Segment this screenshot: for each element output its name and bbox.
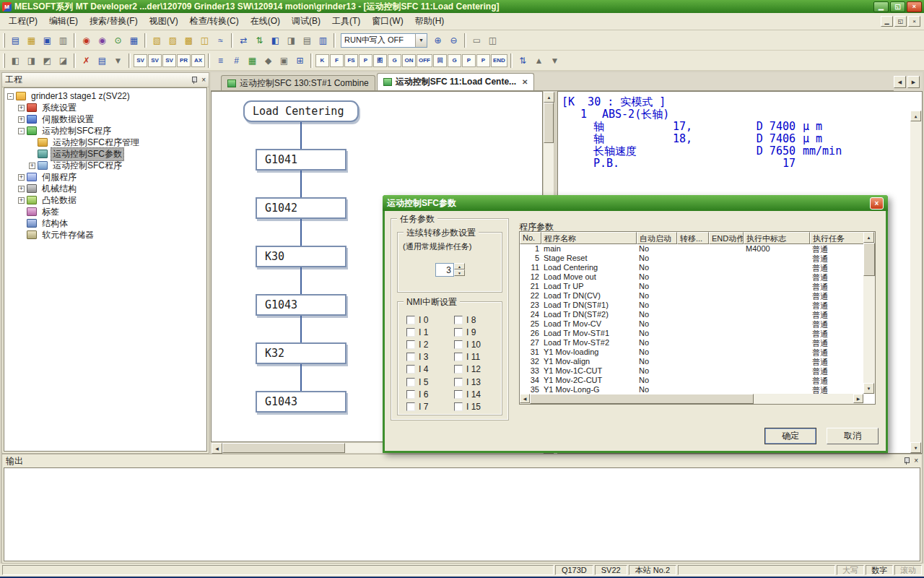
nmi-checkbox[interactable]: I 11: [454, 351, 481, 363]
tree-expander-icon[interactable]: -: [7, 93, 14, 100]
table-row[interactable]: 11 Load Centering No 普通: [520, 263, 863, 272]
toolbar-icon[interactable]: ◧: [268, 33, 283, 48]
tree-item[interactable]: 标签: [4, 206, 206, 217]
document-tab[interactable]: 运动控制SFC 130:ST#1 Combine: [221, 75, 375, 90]
toolbar-icon[interactable]: ▤: [8, 33, 23, 48]
scroll-right-icon[interactable]: ▶: [853, 394, 863, 403]
toolbar-icon[interactable]: ▼: [110, 53, 126, 68]
toolbar-icon[interactable]: SV: [162, 54, 176, 67]
toolbar-icon[interactable]: ⊖: [446, 33, 461, 48]
toolbar-icon[interactable]: ▣: [40, 33, 55, 48]
toolbar-icon[interactable]: G: [448, 54, 461, 67]
scroll-down-icon[interactable]: ▼: [863, 383, 874, 394]
toolbar-icon[interactable]: [510, 53, 513, 68]
toolbar-icon[interactable]: ▦: [245, 53, 260, 68]
toolbar-icon[interactable]: ◩: [40, 53, 55, 68]
table-row[interactable]: 22 Load Tr DN(CV) No 普通: [520, 291, 863, 301]
sfc-step[interactable]: G1043: [256, 294, 346, 316]
nmi-checkbox[interactable]: I 10: [454, 338, 481, 350]
scroll-left-icon[interactable]: ◀: [212, 443, 222, 454]
menu-item[interactable]: 检查/转换(C): [184, 13, 245, 30]
ok-button[interactable]: 确定: [764, 428, 816, 444]
tab-close-icon[interactable]: ✕: [522, 78, 528, 86]
toolbar-icon[interactable]: PR: [177, 54, 191, 67]
tree-item[interactable]: + 运动控制SFC程序: [4, 160, 206, 171]
table-row[interactable]: 32 Y1 Mov-align No 普通: [520, 357, 863, 366]
tree-expander-icon[interactable]: -: [18, 128, 25, 134]
table-row[interactable]: 12 Load Move out No 普通: [520, 272, 863, 282]
nmi-checkbox[interactable]: I 9: [454, 326, 481, 338]
toolbar-icon[interactable]: ◪: [56, 53, 71, 68]
toolbar-icon[interactable]: P: [359, 54, 372, 67]
table-column-header[interactable]: 自动启动: [637, 232, 677, 244]
sfc-step[interactable]: G1043: [256, 391, 346, 413]
toolbar-icon[interactable]: P: [476, 54, 490, 67]
toolbar-icon[interactable]: END: [491, 54, 507, 67]
toolbar-grip[interactable]: [3, 33, 5, 48]
mdi-restore-icon[interactable]: ◱: [894, 16, 907, 27]
table-row[interactable]: 31 Y1 Mov-loading No 普通: [520, 348, 863, 357]
tree-expander-icon[interactable]: +: [18, 105, 25, 111]
table-column-header[interactable]: 转移...: [677, 232, 709, 244]
menu-item[interactable]: 搜索/替换(F): [84, 13, 144, 30]
tree-item[interactable]: 结构体: [4, 217, 206, 229]
nmi-checkbox[interactable]: I 14: [454, 388, 481, 400]
table-row[interactable]: 27 Load Tr Mov-ST#2 No 普通: [520, 338, 863, 348]
toolbar-icon[interactable]: ▦: [24, 33, 39, 48]
tree-expander-icon[interactable]: +: [18, 197, 25, 204]
chevron-down-icon[interactable]: ▼: [415, 34, 427, 47]
tab-scroll-left-icon[interactable]: ◀: [894, 76, 906, 88]
menu-item[interactable]: 调试(B): [286, 13, 326, 30]
toolbar-icon[interactable]: FS: [344, 54, 358, 67]
toolbar-icon[interactable]: SV: [148, 54, 162, 67]
output-content[interactable]: [4, 467, 920, 561]
toolbar-icon[interactable]: [74, 53, 76, 68]
sfc-step[interactable]: K30: [256, 246, 346, 267]
toolbar-icon[interactable]: ▭: [469, 33, 484, 48]
table-column-header[interactable]: 执行任务: [810, 232, 865, 244]
nmi-checkbox[interactable]: I 5: [406, 376, 428, 388]
toolbar-icon[interactable]: ON: [402, 54, 416, 67]
toolbar-icon[interactable]: [310, 53, 313, 68]
tree-expander-icon[interactable]: +: [18, 186, 25, 192]
dialog-close-icon[interactable]: ×: [870, 197, 884, 210]
table-row[interactable]: 1 main No M4000 普通: [520, 244, 863, 254]
toolbar-icon[interactable]: ≈: [213, 33, 228, 48]
sfc-step[interactable]: K32: [256, 342, 346, 364]
toolbar-icon[interactable]: G: [388, 54, 401, 67]
sfc-step[interactable]: G1041: [256, 149, 346, 171]
toolbar-icon[interactable]: ▣: [276, 53, 292, 68]
scrollbar-thumb[interactable]: [863, 243, 875, 276]
scroll-up-icon[interactable]: ▲: [863, 232, 874, 243]
toolbar-icon[interactable]: ▥: [315, 33, 331, 48]
scroll-down-icon[interactable]: ▼: [910, 442, 921, 453]
table-row[interactable]: 26 Load Tr Mov-ST#1 No 普通: [520, 329, 863, 338]
toolbar-icon[interactable]: [128, 53, 131, 68]
table-row[interactable]: 25 Load Tr Mov-CV No 普通: [520, 319, 863, 329]
close-icon[interactable]: ×: [201, 76, 206, 85]
table-column-header[interactable]: 执行中标志: [744, 232, 810, 244]
toolbar-icon[interactable]: ◆: [261, 53, 276, 68]
toolbar-icon[interactable]: K: [315, 54, 329, 67]
nmi-checkbox[interactable]: I 0: [406, 314, 428, 326]
scrollbar-thumb[interactable]: [222, 443, 345, 453]
menu-item[interactable]: 视图(V): [144, 13, 184, 30]
tree-expander-icon[interactable]: +: [18, 116, 25, 123]
toolbar-icon[interactable]: ◨: [284, 33, 299, 48]
tab-scroll-right-icon[interactable]: ▶: [907, 76, 920, 88]
toolbar-icon[interactable]: 回: [433, 54, 447, 67]
nmi-checkbox[interactable]: I 4: [406, 363, 428, 376]
step-count-stepper[interactable]: 3 ▲ ▼: [435, 263, 465, 277]
spin-up-icon[interactable]: ▲: [454, 263, 465, 269]
menu-item[interactable]: 工具(T): [326, 13, 366, 30]
toolbar-icon[interactable]: ◨: [24, 53, 39, 68]
tree-item[interactable]: + 凸轮数据: [4, 194, 206, 206]
menu-item[interactable]: 在线(O): [245, 13, 286, 30]
table-column-header[interactable]: 程序名称: [541, 232, 637, 244]
menu-item[interactable]: 窗口(W): [366, 13, 409, 30]
toolbar-icon[interactable]: 图: [373, 54, 387, 67]
toolbar-icon[interactable]: ◉: [79, 33, 94, 48]
toolbar-icon[interactable]: [208, 53, 210, 68]
table-row[interactable]: 5 Stage Reset No 普通: [520, 254, 863, 263]
toolbar-icon[interactable]: ▦: [126, 33, 141, 48]
